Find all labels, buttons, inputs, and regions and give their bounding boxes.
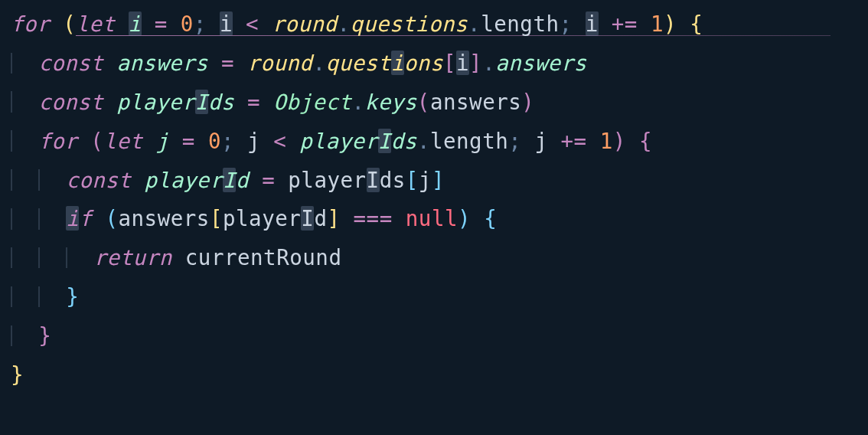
token-var: d [236,168,249,192]
token-space [547,129,560,153]
token-dot: . [417,129,430,153]
token-space [599,11,612,36]
token-kw: for [38,129,77,153]
token-space [234,51,247,75]
token-brk3: ] [432,168,445,192]
token-ident: length [481,11,559,36]
token-space [50,11,63,36]
token-space [195,129,208,153]
token-ident: j [534,129,547,153]
token-dot: . [352,90,365,114]
token-ident: d [314,206,327,231]
token-op: = [182,129,195,153]
token-brk2: ) [521,90,534,114]
token-ident: j [419,168,432,192]
token-kw: let [103,129,142,153]
token-space [208,51,221,75]
code-line[interactable]: const playerIds = Object.keys(answers) [11,83,868,122]
token-ident: ds [380,168,406,192]
token-ident: player [288,168,366,192]
code-line[interactable]: } [11,277,868,316]
token-op: = [155,11,168,36]
token-var: I [223,168,236,192]
token-space [249,168,262,192]
token-brk3: ) [458,206,471,231]
token-ident: i [220,11,233,36]
token-dot: . [338,11,351,36]
token-space [677,11,690,36]
token-brk3: [ [406,168,419,192]
token-brk2: ) [613,129,626,153]
token-var: i [129,11,142,36]
token-var: I [195,90,208,114]
token-brk2: { [639,129,652,153]
token-space [286,129,299,153]
token-space [92,206,105,231]
token-pnc: ; [508,129,521,153]
token-prop: keys [365,90,417,114]
token-ident: j [247,129,260,153]
token-ident: length [430,129,508,153]
token-space [103,90,116,114]
code-line[interactable]: } [11,355,868,394]
token-space [573,11,586,36]
token-var: ds [208,90,234,114]
token-ident: player [223,206,301,231]
token-op: < [246,11,259,36]
token-brk1: ) [664,11,677,36]
token-brk3: { [484,206,497,231]
token-kw: i [66,206,79,231]
token-space [233,11,246,36]
token-pnc: ; [194,11,207,36]
token-ident: answers [430,90,521,114]
code-line[interactable]: const playerId = playerIds[j] [11,161,868,200]
token-ident: I [367,168,380,192]
token-brk2: ( [90,129,103,153]
code-line[interactable]: } [11,316,868,355]
code-line[interactable]: const answers = round.questions[i].answe… [11,44,868,83]
token-varY: round [247,51,312,75]
token-num: 0 [208,129,221,153]
token-brk1: } [11,362,24,387]
token-space [77,129,90,153]
token-space [638,11,651,36]
token-space [471,206,484,231]
code-line[interactable]: for (let i = 0; i < round.questions.leng… [11,5,868,44]
token-ident: i [586,11,599,36]
token-var: player [299,129,377,153]
token-kw: const [66,168,131,192]
token-op: < [273,129,286,153]
token-dot: . [468,11,481,36]
code-line[interactable]: return currentRound [11,238,868,277]
code-line[interactable]: if (answers[playerId] === null) { [11,199,868,238]
token-ident: answers [119,206,210,231]
token-var: player [145,168,223,192]
token-ident: i [456,51,469,75]
token-space [142,11,155,36]
token-space [169,129,182,153]
token-space [393,206,406,231]
token-var: player [116,90,194,114]
token-null: null [406,206,458,231]
token-brk3: ( [105,206,118,231]
token-brk2: ] [469,51,482,75]
token-space [172,245,185,270]
token-brk4: [ [210,206,223,231]
token-kw: f [79,206,92,231]
token-space [259,11,272,36]
token-varY: round [272,11,337,36]
code-line[interactable]: for (let j = 0; j < playerIds.length; j … [11,122,868,161]
token-space [132,168,145,192]
token-space [143,129,156,153]
token-obj: Object [273,90,351,114]
code-editor[interactable]: for (let i = 0; i < round.questions.leng… [0,0,868,394]
token-brk2: ( [417,90,430,114]
token-op: += [612,11,638,36]
token-space [207,11,220,36]
token-pnc: ; [221,129,234,153]
token-op: += [561,129,587,153]
token-num: 0 [181,11,194,36]
token-dot: . [482,51,495,75]
token-space [587,129,600,153]
token-space [260,90,273,114]
